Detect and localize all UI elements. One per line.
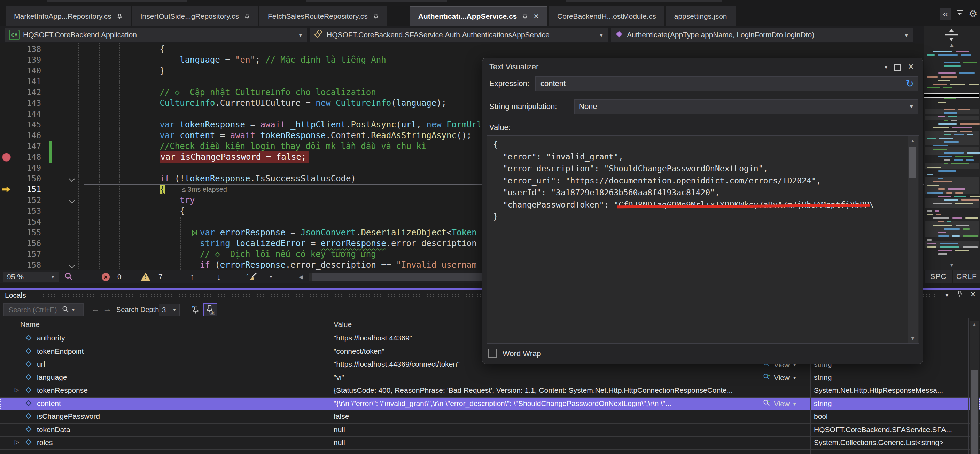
- maximize-icon[interactable]: [894, 64, 901, 71]
- chevron-down-icon[interactable]: ▼: [904, 32, 909, 38]
- breadcrumb-class[interactable]: HQSOFT.CoreBackend.SFAService.Auth.Authe…: [310, 28, 608, 42]
- chevron-down-icon[interactable]: ▼: [792, 402, 797, 406]
- fold-chevron-icon[interactable]: [68, 175, 75, 182]
- value-viewer[interactable]: { "error": "invalid_grant", "error_descr…: [487, 135, 919, 344]
- zoom-selector[interactable]: 95 % ▼: [3, 271, 59, 282]
- minimap-code: [953, 217, 963, 219]
- value-sc rollbar[interactable]: ▲ ▼: [908, 137, 918, 343]
- search-input[interactable]: [8, 306, 62, 314]
- window-list-icon[interactable]: [956, 8, 964, 20]
- line-number: 144: [0, 109, 41, 119]
- scroll-down-icon[interactable]: ▼: [924, 262, 980, 268]
- forward-icon[interactable]: →: [103, 304, 111, 314]
- variable-icon: [25, 373, 32, 382]
- word-wrap-checkbox[interactable]: [488, 349, 497, 357]
- back-icon[interactable]: ←: [91, 304, 100, 314]
- fold-chevron-icon[interactable]: [68, 197, 75, 203]
- pin-icon[interactable]: [117, 14, 122, 19]
- tab-authenticati-appservice-cs[interactable]: Authenticati...AppService.cs✕: [410, 6, 547, 27]
- close-icon[interactable]: ✕: [908, 62, 914, 71]
- minimap-code: [938, 170, 956, 171]
- pin-to-source-button[interactable]: [188, 303, 202, 316]
- tab-corebackendh-ostmodule-cs[interactable]: CoreBackendH...ostModule.cs: [549, 6, 665, 27]
- table-row-language[interactable]: language"vi"View▼string: [0, 371, 980, 385]
- chevron-down-icon[interactable]: ▼: [269, 270, 273, 283]
- breakpoint-icon[interactable]: [2, 153, 11, 162]
- tab-marketinfoapp-repository-cs[interactable]: MarketInfoApp...Repository.cs: [6, 6, 130, 27]
- chevron-down-icon[interactable]: ▼: [599, 32, 604, 38]
- value-line: "userId": "3a18729e18263b560aa8f4193ac81…: [493, 187, 905, 199]
- chevron-down-icon[interactable]: ▼: [883, 64, 888, 70]
- line-ending-indicator[interactable]: CRLF: [953, 270, 980, 283]
- minimap-code: [927, 214, 933, 215]
- locals-scrollbar-thumb[interactable]: [971, 370, 978, 454]
- minimap-code: [938, 123, 957, 125]
- space-indicator[interactable]: SPC: [925, 270, 952, 283]
- tab-appsettings-json[interactable]: appsettings.json: [666, 6, 735, 27]
- expression-input[interactable]: [540, 79, 906, 89]
- breadcrumb-member[interactable]: Authenticate(AppType appName, LoginFormD…: [611, 28, 913, 42]
- warning-count[interactable]: 7: [159, 270, 163, 283]
- minimap-viewport[interactable]: [924, 93, 979, 98]
- scroll-up-icon[interactable]: ▲: [924, 42, 980, 48]
- scroll-down-icon[interactable]: ▼: [908, 336, 918, 341]
- view-button[interactable]: View▼: [763, 373, 797, 383]
- split-editor-icon[interactable]: [944, 28, 959, 43]
- value-line: }: [493, 211, 905, 223]
- expand-icon[interactable]: ▷: [14, 439, 19, 445]
- minimap-column: ▲ ▼: [924, 27, 980, 270]
- scroll-left-icon[interactable]: ◀: [299, 270, 303, 283]
- search-icon[interactable]: [62, 305, 69, 314]
- variable-name: authority: [37, 334, 65, 342]
- chevron-down-icon[interactable]: ▼: [298, 32, 303, 38]
- pin-icon[interactable]: [522, 14, 528, 19]
- next-issue-icon[interactable]: ↓: [216, 270, 221, 283]
- table-row-tokenResponse[interactable]: ▷tokenResponse{StatusCode: 400, ReasonPh…: [0, 384, 980, 398]
- minimap-code: [969, 84, 979, 85]
- magnifier-icon[interactable]: [763, 373, 771, 383]
- locals-scrollbar[interactable]: ▲: [970, 321, 979, 454]
- table-row-roles[interactable]: ▷rolesnullSystem.Collections.Generic.Lis…: [0, 437, 980, 450]
- search-box[interactable]: ▼: [3, 303, 84, 316]
- column-header-name[interactable]: Name: [20, 320, 40, 329]
- scroll-up-icon[interactable]: ▲: [970, 322, 979, 327]
- view-button[interactable]: View▼: [763, 399, 797, 409]
- string-manipulation-select[interactable]: None ▼: [574, 99, 918, 114]
- error-count-icon[interactable]: ✕: [102, 273, 110, 281]
- pin-member-names-button[interactable]: ab: [204, 303, 217, 316]
- close-icon[interactable]: ✕: [970, 290, 976, 298]
- table-row-isChangePassword[interactable]: isChangePasswordfalsebool: [0, 411, 980, 424]
- chevron-down-icon[interactable]: ▼: [792, 375, 797, 381]
- magnifier-icon[interactable]: [763, 399, 771, 409]
- table-row-tokenData[interactable]: tokenDatanullHQSOFT.CoreBackend.SFAServi…: [0, 424, 980, 437]
- pin-icon[interactable]: [957, 290, 963, 299]
- collapse-tabs-icon[interactable]: «: [940, 8, 951, 20]
- close-icon[interactable]: ✕: [533, 12, 539, 21]
- health-indicator-icon[interactable]: [64, 270, 73, 283]
- fold-chevron-icon[interactable]: [68, 262, 75, 268]
- warning-icon[interactable]: [141, 273, 150, 281]
- tab-fetchsalesrouterepository-cs[interactable]: FetchSalesRouteRepository.cs: [259, 6, 387, 27]
- code-cleanup-icon[interactable]: [245, 270, 259, 283]
- scroll-up-icon[interactable]: ▲: [908, 138, 918, 143]
- chevron-down-icon[interactable]: ▼: [72, 308, 75, 312]
- column-header-value[interactable]: Value: [334, 320, 352, 329]
- tab-label: InsertOutSide...gRepository.cs: [140, 12, 239, 21]
- expression-field[interactable]: ↻: [535, 76, 918, 91]
- minimap-highlight: [925, 131, 978, 145]
- table-row-content[interactable]: content"{\r\n \"error\": \"invalid_grant…: [0, 398, 980, 411]
- search-depth-select[interactable]: 3 ▼: [159, 303, 180, 316]
- value-scrollbar-thumb[interactable]: [909, 147, 916, 178]
- error-count[interactable]: 0: [117, 270, 121, 283]
- chevron-down-icon[interactable]: ▼: [945, 292, 949, 298]
- variable-type: System.Net.Http.HttpResponseMessa...: [814, 386, 964, 394]
- expand-icon[interactable]: ▷: [14, 386, 19, 393]
- breadcrumb-project[interactable]: C# HQSOFT.CoreBackend.Application ▼: [5, 28, 307, 42]
- pin-icon[interactable]: [245, 14, 250, 19]
- tab-insertoutside-grepository-cs[interactable]: InsertOutSide...gRepository.cs: [132, 6, 258, 27]
- gear-icon[interactable]: ⚙: [969, 8, 977, 20]
- pin-icon[interactable]: [373, 14, 379, 19]
- refresh-icon[interactable]: ↻: [906, 78, 914, 89]
- change-bar: [49, 152, 52, 163]
- prev-issue-icon[interactable]: ↑: [190, 270, 194, 283]
